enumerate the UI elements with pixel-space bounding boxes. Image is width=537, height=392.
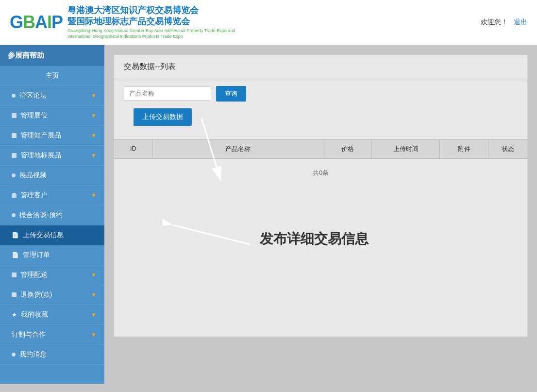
dot-icon	[12, 173, 16, 177]
search-input[interactable]	[124, 86, 211, 101]
upload-button-area: 上传交易数据	[114, 108, 527, 139]
col-price: 价格	[323, 140, 372, 158]
sidebar-item-my-favorites[interactable]: ★ 我的收藏 ▼	[0, 305, 104, 325]
sidebar-item-label: 管理知产展品	[20, 131, 61, 140]
star-icon: ★	[12, 311, 17, 318]
sidebar-item-label: 退换货(款)	[20, 290, 52, 299]
search-bar: 查询	[114, 79, 527, 108]
dot-icon	[12, 94, 16, 98]
chevron-down-icon: ▼	[91, 192, 97, 199]
en-title: Guangdong-Hong Kong-Macao Greater Bay Ar…	[67, 28, 242, 40]
col-attachment: 附件	[440, 140, 488, 158]
sidebar-item-label: 撮合洽谈-预约	[19, 211, 63, 220]
sidebar-item-exhibit-video[interactable]: 展品视频	[0, 166, 104, 186]
sidebar-item-meeting-appt[interactable]: 撮合洽谈-预约	[0, 205, 104, 225]
arrow-svg-2	[163, 215, 260, 264]
square-icon	[12, 113, 17, 118]
square-icon	[12, 153, 17, 158]
sidebar-item-manage-booth[interactable]: 管理展位 ▼	[0, 106, 104, 126]
logo-text: 粤港澳大湾区知识产权交易博览会 暨国际地理标志产品交易博览会 Guangdong…	[67, 5, 242, 40]
logo-area: GBAIP 粤港澳大湾区知识产权交易博览会 暨国际地理标志产品交易博览会 Gua…	[10, 5, 242, 40]
sidebar-item-label: 订制与合作	[12, 330, 46, 339]
col-upload-time: 上传时间	[372, 140, 440, 158]
col-product-name: 产品名称	[153, 140, 323, 158]
header: GBAIP 粤港澳大湾区知识产权交易博览会 暨国际地理标志产品交易博览会 Gua…	[0, 0, 537, 45]
sidebar-item-label: 管理地标展品	[20, 151, 61, 160]
logo-letters: GBAIP	[10, 12, 63, 33]
sidebar-item-label: 管理客户	[20, 191, 48, 200]
sidebar-item-label: 上传交易信息	[23, 231, 64, 239]
sidebar-item-upload-trade[interactable]: 📄 上传交易信息	[0, 225, 104, 245]
logout-link[interactable]: 退出	[514, 18, 527, 27]
sidebar-item-my-message[interactable]: 我的消息	[0, 345, 104, 365]
sidebar-item-manage-ip[interactable]: 管理知产展品 ▼	[0, 126, 104, 146]
sidebar-item-manage-customer[interactable]: 管理客户 ▼	[0, 186, 104, 205]
sidebar-item-label: 管理配送	[20, 271, 48, 279]
empty-message: 共0条	[114, 159, 527, 187]
sidebar-item-home[interactable]: 主页	[0, 66, 104, 86]
annotation-text: 发布详细交易信息	[260, 230, 369, 248]
chevron-down-icon: ▼	[91, 272, 97, 278]
chevron-down-icon: ▼	[91, 152, 97, 159]
chevron-down-icon: ▼	[91, 291, 97, 298]
page-title: 交易数据--列表	[114, 55, 527, 79]
chevron-down-icon: ▼	[91, 112, 97, 119]
dot-icon	[12, 213, 16, 217]
header-right: 欢迎您！ 退出	[481, 18, 527, 27]
chevron-down-icon: ▼	[91, 311, 97, 318]
square-icon	[12, 292, 17, 297]
square-icon	[12, 133, 17, 138]
sidebar-item-manage-geo[interactable]: 管理地标展品 ▼	[0, 146, 104, 166]
sidebar-item-label: 管理展位	[20, 111, 48, 120]
sidebar-item-manage-delivery[interactable]: 管理配送 ▼	[0, 265, 104, 285]
zh-title: 粤港澳大湾区知识产权交易博览会 暨国际地理标志产品交易博览会	[67, 5, 242, 28]
col-status: 状态	[488, 140, 527, 158]
sidebar-item-label: 我的消息	[19, 350, 47, 359]
chevron-down-icon: ▼	[91, 331, 97, 338]
content-box: 交易数据--列表 查询 上传交易数据 ID 产品名称 价格 上传时间 附件 状态…	[114, 55, 527, 337]
chevron-down-icon: ▼	[91, 132, 97, 139]
sidebar-item-label: 湾区论坛	[19, 91, 47, 100]
layout: 参展商帮助 主页 湾区论坛 ▼ 管理展位 ▼ 管理知产展品	[0, 45, 537, 384]
upload-button[interactable]: 上传交易数据	[134, 108, 192, 126]
sidebar-item-label: 我的收藏	[21, 310, 48, 319]
col-id: ID	[114, 140, 153, 158]
sidebar-item-return-goods[interactable]: 退换货(款) ▼	[0, 285, 104, 305]
sidebar-item-label: 展品视频	[19, 171, 47, 180]
sidebar-item-label: 主页	[46, 71, 59, 79]
svg-line-3	[172, 225, 250, 244]
sidebar-item-manage-order[interactable]: 📄 管理订单	[0, 245, 104, 265]
sidebar: 参展商帮助 主页 湾区论坛 ▼ 管理展位 ▼ 管理知产展品	[0, 45, 104, 384]
sidebar-item-label: 管理订单	[23, 251, 50, 259]
table-header: ID 产品名称 价格 上传时间 附件 状态	[114, 139, 527, 159]
chevron-down-icon: ▼	[91, 92, 97, 99]
sidebar-title: 参展商帮助	[0, 45, 104, 66]
file-icon: 📄	[12, 232, 19, 239]
person-icon	[12, 193, 17, 198]
square-icon	[12, 273, 17, 277]
welcome-text: 欢迎您！	[481, 18, 508, 27]
sidebar-item-order-collab[interactable]: 订制与合作 ▼	[0, 325, 104, 345]
query-button[interactable]: 查询	[216, 86, 246, 102]
file-icon: 📄	[12, 252, 19, 258]
main-content: 交易数据--列表 查询 上传交易数据 ID 产品名称 价格 上传时间 附件 状态…	[104, 45, 537, 384]
dot-icon	[12, 353, 16, 357]
sidebar-item-bay-forum[interactable]: 湾区论坛 ▼	[0, 86, 104, 106]
